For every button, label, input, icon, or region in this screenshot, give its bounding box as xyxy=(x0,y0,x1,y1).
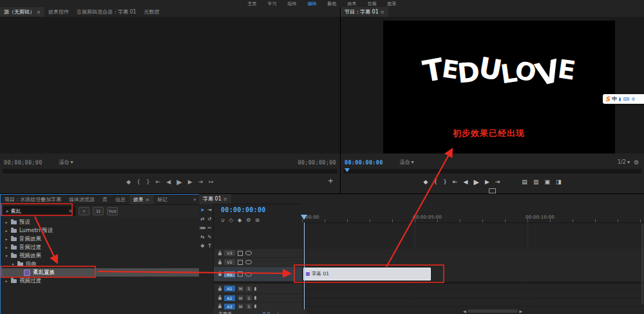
tab-metadata[interactable]: 元数据 xyxy=(140,7,164,17)
slip-tool[interactable]: ⇆ xyxy=(200,234,204,240)
safe-margins-icon[interactable] xyxy=(489,188,496,193)
scroll-left-icon[interactable]: ◀ xyxy=(463,309,466,313)
toggle-track-output-icon[interactable] xyxy=(245,272,252,277)
tree-item-video-transitions[interactable]: ▸ 视频过渡 xyxy=(1,277,199,285)
razor-tool[interactable]: ✂ xyxy=(207,225,211,231)
lift-button[interactable]: ▤ xyxy=(522,179,527,185)
voiceover-record-icon[interactable] xyxy=(254,304,256,308)
voiceover-record-icon[interactable] xyxy=(254,296,256,300)
solo-button[interactable]: S xyxy=(246,295,252,300)
tab-project[interactable]: 项目：水滴纹理叠加字幕 xyxy=(1,195,65,204)
solo-button[interactable]: S xyxy=(246,304,252,309)
tree-item-audio-transitions[interactable]: ▸ 音频过渡 xyxy=(1,243,199,251)
track-lane-v3[interactable] xyxy=(302,249,644,257)
workspace-item-learning[interactable]: 学习 xyxy=(267,1,278,7)
master-track-header[interactable]: 主声道 0.0 ⊣ xyxy=(213,309,307,314)
tab-program[interactable]: 节目：字幕 01 ≡ xyxy=(341,7,388,17)
source-fit-dropdown[interactable]: 适合 ▾ xyxy=(59,159,73,166)
go-to-out-button[interactable]: ⇥ xyxy=(495,179,500,185)
workspace-item-editing[interactable]: 编辑 xyxy=(307,1,318,7)
go-to-out-button[interactable]: ⇥ xyxy=(198,179,204,185)
toggle-track-output-icon[interactable] xyxy=(245,260,252,264)
tree-item-audio-effects[interactable]: ▸ 音频效果 xyxy=(1,235,199,243)
settings-wrench-icon[interactable]: ⚙ xyxy=(634,159,639,166)
tab-source[interactable]: 源（无剪辑） ≡ xyxy=(0,7,44,17)
track-target-a3[interactable]: A3 xyxy=(224,304,235,309)
more-tabs-chevrons-icon[interactable]: » xyxy=(191,195,199,204)
timeline-display-icon[interactable]: ⊞ xyxy=(255,217,260,223)
workspace-item-graphics[interactable]: 图形 xyxy=(386,1,398,7)
playhead-head-icon[interactable] xyxy=(301,215,307,220)
hand-tool[interactable]: ✥ xyxy=(200,243,204,249)
clear-search-icon[interactable]: × xyxy=(68,208,73,214)
mark-in-button[interactable]: { xyxy=(433,179,437,185)
voiceover-record-icon[interactable] xyxy=(254,287,256,291)
tree-item-presets[interactable]: ▸ 预设 xyxy=(1,218,199,226)
tree-item-lumetri-presets[interactable]: ▸ Lumetri 预设 xyxy=(1,226,199,235)
caret-right-icon[interactable]: ▸ xyxy=(5,228,8,233)
track-lane-v2[interactable] xyxy=(302,258,644,266)
caret-right-icon[interactable]: ▸ xyxy=(5,245,8,250)
mute-button[interactable]: M xyxy=(238,286,243,291)
tab-effect-controls[interactable]: 效果控件 xyxy=(44,7,73,17)
sync-lock-icon[interactable] xyxy=(238,271,243,277)
filter-32bit-icon[interactable]: 32 xyxy=(93,207,104,215)
track-lane-a1[interactable] xyxy=(302,284,644,293)
workspace-item-color[interactable]: 颜色 xyxy=(327,1,338,7)
caret-right-icon[interactable]: ▸ xyxy=(5,237,8,241)
track-target-a2[interactable]: A2 xyxy=(224,295,235,301)
ime-toolbar[interactable]: S 中 ⌨ ⚙ xyxy=(603,94,644,104)
mute-button[interactable]: M xyxy=(238,295,243,300)
rolling-edit-tool[interactable]: ↺ xyxy=(207,216,211,222)
track-select-tool[interactable]: ⇥ xyxy=(207,207,211,213)
track-target-v3[interactable]: V3 xyxy=(224,250,235,256)
lock-icon[interactable] xyxy=(218,253,222,255)
tab-info[interactable]: 信息 xyxy=(111,195,129,204)
lock-icon[interactable] xyxy=(218,262,222,264)
keyboard-icon[interactable]: ⌨ xyxy=(623,97,629,102)
ripple-edit-tool[interactable]: ⇄ xyxy=(200,216,204,222)
caret-right-icon[interactable]: ▸ xyxy=(5,220,8,224)
workspace-item-assembly[interactable]: 组件 xyxy=(287,1,298,7)
playhead-marker-icon[interactable] xyxy=(345,168,350,172)
workspace-item-home[interactable]: 主页 xyxy=(247,1,258,7)
toolbox-icon[interactable]: ⚙ xyxy=(631,97,635,102)
panel-menu-icon[interactable]: ≡ xyxy=(146,197,149,202)
snap-icon[interactable]: ∪ xyxy=(221,217,225,223)
lock-icon[interactable] xyxy=(218,297,222,300)
lock-icon[interactable] xyxy=(218,273,222,276)
timeline-vertical-scrollbar[interactable] xyxy=(641,224,643,304)
program-scrubber[interactable] xyxy=(343,169,641,173)
track-target-v1[interactable]: V1 xyxy=(224,271,235,277)
workspace-item-effects[interactable]: 效果 xyxy=(346,1,358,7)
tab-effects[interactable]: 效果 ≡ xyxy=(129,195,153,204)
tree-item-distort[interactable]: ▾ 扭曲 xyxy=(1,260,199,268)
linked-selection-icon[interactable]: ◇ xyxy=(229,217,233,223)
sync-lock-icon[interactable] xyxy=(238,251,243,256)
solo-button[interactable]: S xyxy=(246,286,252,291)
search-input[interactable] xyxy=(10,208,66,214)
panel-menu-icon[interactable]: ≡ xyxy=(381,10,384,15)
step-back-button[interactable]: ◀ xyxy=(464,179,468,185)
mic-icon[interactable] xyxy=(619,97,621,101)
timeline-clip[interactable]: 字幕 01 xyxy=(303,268,431,280)
step-forward-button[interactable]: ▶ xyxy=(188,179,193,185)
add-marker-icon[interactable]: ◆ xyxy=(238,217,242,223)
filter-yuv-icon[interactable]: YUV xyxy=(107,207,118,215)
toggle-track-output-icon[interactable] xyxy=(245,251,252,255)
input-mode-chinese[interactable]: 中 xyxy=(612,95,617,103)
caret-right-icon[interactable]: ▸ xyxy=(5,279,8,283)
comparison-view-button[interactable]: ◨ xyxy=(556,179,562,185)
tree-item-video-effects[interactable]: ▾ 视频效果 xyxy=(1,251,199,260)
track-lane-a2[interactable] xyxy=(302,294,644,302)
playhead-line[interactable] xyxy=(304,222,305,309)
program-resolution-dropdown[interactable]: 1/2 ▾ xyxy=(618,159,630,165)
effects-search-box[interactable]: ⌕ × xyxy=(3,206,75,216)
source-scrubber[interactable] xyxy=(3,169,337,173)
add-marker-button[interactable]: ◆ xyxy=(126,179,131,185)
go-to-in-button[interactable]: ⇤ xyxy=(453,179,458,185)
timeline-settings-icon[interactable]: ⚙ xyxy=(246,217,251,223)
go-to-in-button[interactable]: ⇤ xyxy=(156,179,161,185)
mute-button[interactable]: M xyxy=(238,304,243,309)
sync-lock-icon[interactable] xyxy=(238,260,243,265)
